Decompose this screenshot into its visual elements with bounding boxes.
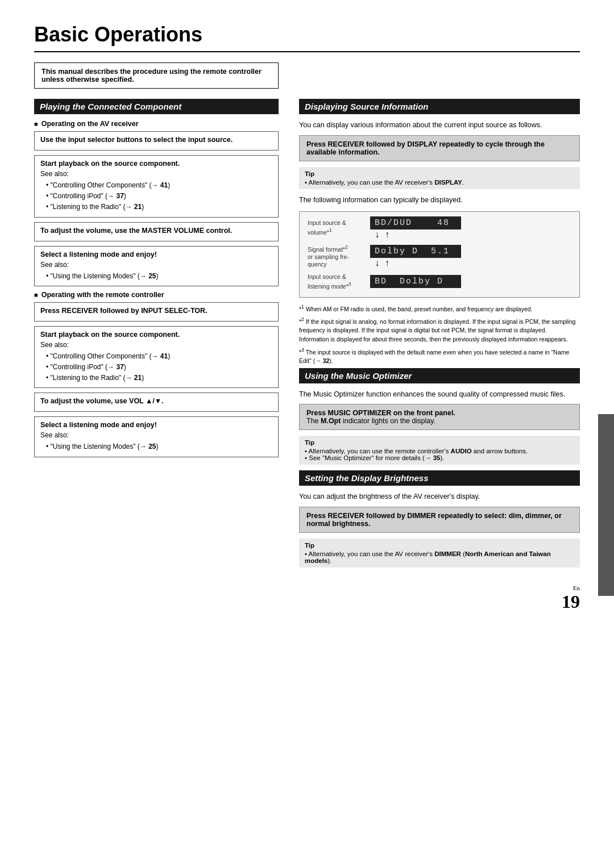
- display-row-3: Input source &listening mode*3 BD Dolby …: [308, 273, 571, 290]
- music-optimizer-body: The Music Optimizer function enhances th…: [299, 389, 580, 400]
- displaying-source-body: You can display various information abou…: [299, 120, 580, 131]
- display-screen-2: Dolby D 5.1: [370, 245, 461, 258]
- music-optimizer-highlighted: Press MUSIC OPTIMIZER on the front panel…: [299, 404, 580, 430]
- instruction-receiver-input: Press RECEIVER followed by INPUT SELEC-T…: [34, 302, 279, 322]
- start-playback-2-text: Start playback on the source component.: [40, 331, 272, 339]
- left-column: Playing the Connected Component Operatin…: [34, 99, 279, 573]
- listening-mode-2-text: Select a listening mode and enjoy!: [40, 421, 272, 429]
- display-screen-3: BD Dolby D: [370, 275, 461, 288]
- display-brightness-tip-label: Tip: [305, 542, 574, 549]
- music-optimizer-tip-content: • Alternatively, you can use the remote …: [305, 448, 574, 461]
- start-playback-1-text: Start playback on the source component.: [40, 160, 272, 168]
- bullet-item: "Using the Listening Modes" (→ 25): [46, 441, 272, 452]
- page-footer: En 19: [34, 585, 580, 612]
- right-accent-bar: [598, 414, 614, 596]
- en-label: En: [562, 585, 580, 591]
- display-screen-1: BD/DUD 48: [370, 216, 461, 229]
- footnote-2: *2 If the input signal is analog, no for…: [299, 316, 580, 344]
- music-optimizer-tip-label: Tip: [305, 439, 574, 446]
- operating-remote-label: Operating with the remote controller: [34, 291, 279, 299]
- page-number-block: En 19: [562, 585, 580, 612]
- top-divider: [34, 51, 580, 52]
- display-tip-content: • Alternatively, you can use the AV rece…: [305, 179, 574, 186]
- two-column-layout: Playing the Connected Component Operatin…: [34, 99, 580, 573]
- display-brightness-body: You can adjust the brightness of the AV …: [299, 491, 580, 502]
- page-title: Basic Operations: [34, 23, 580, 47]
- display-brightness-tip-content: • Alternatively, you can use the AV rece…: [305, 550, 574, 564]
- instruction-start-playback-1: Start playback on the source component. …: [34, 155, 279, 218]
- right-column: Displaying Source Information You can di…: [299, 99, 580, 573]
- arrow-up-icon-2: ↑: [385, 259, 391, 268]
- display-highlighted-instruction: Press RECEIVER followed by DISPLAY repea…: [299, 135, 580, 161]
- footnote-1: *1 When AM or FM radio is used, the band…: [299, 303, 580, 314]
- instruction-listening-mode-2: Select a listening mode and enjoy! See a…: [34, 416, 279, 457]
- display-brightness-tip-box: Tip • Alternatively, you can use the AV …: [299, 539, 580, 567]
- instruction-input-selector: Use the input selector buttons to select…: [34, 131, 279, 151]
- see-also-1: See also:: [40, 170, 272, 178]
- instruction-input-selector-text: Use the input selector buttons to select…: [40, 136, 272, 144]
- display-brightness-header: Setting the Display Brightness: [299, 470, 580, 486]
- display-tip-label: Tip: [305, 170, 574, 177]
- volume-master-text: To adjust the volume, use the MASTER VOL…: [40, 227, 272, 235]
- bullet-item: "Listening to the Radio" (→ 21): [46, 202, 272, 212]
- arrow-up-icon: ↑: [385, 231, 391, 240]
- display-label-3: Input source &listening mode*3: [308, 273, 370, 290]
- footnote-3: *3 The input source is displayed with th…: [299, 347, 580, 366]
- display-row-1: Input source &volume*1 BD/DUD 48 ↓ ↑: [308, 216, 571, 240]
- bullet-item: "Using the Listening Modes" (→ 25): [46, 271, 272, 282]
- page-number: 19: [562, 591, 580, 612]
- bullet-list-3: "Controlling Other Components" (→ 41) "C…: [40, 351, 272, 384]
- see-also-2: See also:: [40, 261, 272, 269]
- display-row-2: Signal format*2or sampling fre-quency Do…: [308, 244, 571, 269]
- receiver-input-text: Press RECEIVER followed by INPUT SELEC-T…: [40, 307, 272, 315]
- instruction-listening-mode-1: Select a listening mode and enjoy! See a…: [34, 246, 279, 286]
- instruction-vol-arrows: To adjust the volume, use VOL ▲/▼.: [34, 393, 279, 412]
- bullet-item: "Controlling Other Components" (→ 41): [46, 180, 272, 191]
- music-optimizer-header: Using the Music Optimizer: [299, 368, 580, 383]
- instruction-start-playback-2: Start playback on the source component. …: [34, 326, 279, 389]
- bullet-list-2: "Using the Listening Modes" (→ 25): [40, 271, 272, 282]
- bullet-list-4: "Using the Listening Modes" (→ 25): [40, 441, 272, 452]
- playing-connected-section-header: Playing the Connected Component: [34, 99, 279, 114]
- arrow-down-icon: ↓: [375, 231, 380, 240]
- vol-arrows-text: To adjust the volume, use VOL ▲/▼.: [40, 397, 272, 405]
- display-info-text: The following information can typically …: [299, 195, 580, 206]
- bullet-item: "Controlling iPod" (→ 37): [46, 191, 272, 202]
- display-tip-box: Tip • Alternatively, you can use the AV …: [299, 167, 580, 189]
- arrow-down-icon-2: ↓: [375, 259, 380, 268]
- intro-box: This manual describes the procedure usin…: [34, 62, 279, 89]
- listening-mode-1-text: Select a listening mode and enjoy!: [40, 251, 272, 258]
- bullet-item: "Listening to the Radio" (→ 21): [46, 373, 272, 383]
- operating-av-label: Operating on the AV receiver: [34, 120, 279, 128]
- see-also-4: See also:: [40, 431, 272, 439]
- display-brightness-highlighted: Press RECEIVER followed by DIMMER repeat…: [299, 507, 580, 533]
- display-label-2: Signal format*2or sampling fre-quency: [308, 244, 370, 269]
- instruction-volume-master: To adjust the volume, use the MASTER VOL…: [34, 222, 279, 241]
- displaying-source-header: Displaying Source Information: [299, 99, 580, 114]
- display-panel: Input source &volume*1 BD/DUD 48 ↓ ↑ Sig…: [299, 211, 580, 298]
- bullet-item: "Controlling iPod" (→ 37): [46, 362, 272, 373]
- intro-text: This manual describes the procedure usin…: [42, 68, 262, 84]
- see-also-3: See also:: [40, 341, 272, 349]
- display-label-1: Input source &volume*1: [308, 219, 370, 236]
- footnotes: *1 When AM or FM radio is used, the band…: [299, 303, 580, 366]
- bullet-item: "Controlling Other Components" (→ 41): [46, 351, 272, 362]
- music-optimizer-tip-box: Tip • Alternatively, you can use the rem…: [299, 436, 580, 465]
- bullet-list-1: "Controlling Other Components" (→ 41) "C…: [40, 180, 272, 213]
